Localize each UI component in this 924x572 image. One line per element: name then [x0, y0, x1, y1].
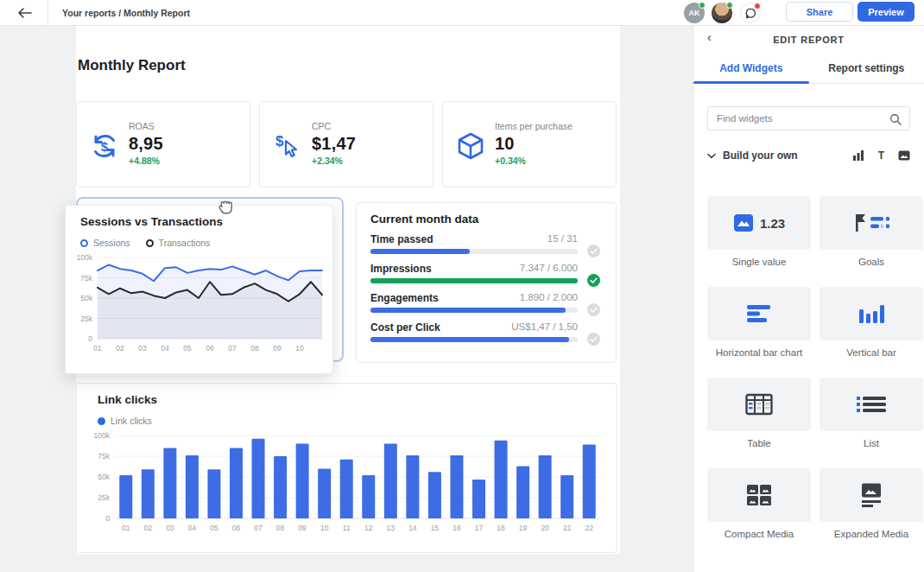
goal-status-check-icon	[587, 333, 600, 346]
goal-value: US$1,47 / 1,50	[511, 321, 578, 332]
svg-text:01: 01	[93, 344, 102, 353]
kpi-card-cpc[interactable]: $ CPC $1,47 +2.34%	[259, 101, 434, 187]
goal-label: Impressions	[370, 263, 432, 275]
svg-text:10: 10	[320, 524, 329, 532]
expanded-media-icon	[859, 483, 883, 507]
svg-text:02: 02	[144, 524, 153, 532]
current-month-data-widget[interactable]: Current month data Time passed15 / 31Imp…	[356, 202, 617, 363]
avatar-photo[interactable]	[712, 3, 732, 23]
bar	[318, 468, 331, 518]
compact-media-icon	[746, 484, 772, 506]
share-button[interactable]: Share	[786, 2, 853, 22]
widget-expanded-media[interactable]: Expanded Media	[820, 468, 923, 539]
kpi-card-items-per-purchase[interactable]: Items per purchase 10 +0.34%	[442, 101, 617, 187]
image-icon[interactable]	[898, 149, 910, 162]
search-input[interactable]	[708, 113, 909, 124]
sidebar-title: EDIT REPORT	[773, 35, 845, 45]
tab-add-widgets[interactable]: Add Widgets	[693, 53, 809, 83]
search-icon	[889, 113, 902, 125]
svg-text:21: 21	[563, 524, 572, 532]
bar	[142, 469, 155, 518]
goal-status-check-icon	[587, 303, 600, 316]
goal-rows: Time passed15 / 31Impressions7.347 / 6.0…	[370, 231, 604, 348]
svg-text:13: 13	[387, 524, 396, 532]
bar	[583, 445, 596, 518]
goal-row: Engagements1.890 / 2.000	[370, 289, 604, 319]
tab-report-settings[interactable]: Report settings	[809, 53, 924, 83]
breadcrumb: Your reports / Monthly Report	[62, 8, 190, 18]
svg-text:10: 10	[295, 344, 304, 353]
cost-per-click-icon: $	[272, 130, 303, 162]
back-arrow-icon[interactable]	[12, 3, 36, 22]
widget-label: Goals	[820, 257, 923, 267]
preview-button[interactable]: Preview	[858, 2, 915, 22]
bar	[428, 472, 441, 518]
svg-text:20: 20	[541, 524, 549, 532]
kpi-card-roas[interactable]: $ ROAS 8,95 +4.88%	[76, 101, 250, 187]
widget-list[interactable]: List	[820, 378, 923, 448]
horizontal-bar-icon	[746, 303, 772, 324]
widget-goals[interactable]: Goals	[820, 196, 923, 267]
goal-value: 15 / 31	[547, 233, 578, 244]
kpi-value: 8,95	[129, 134, 163, 154]
svg-text:22: 22	[585, 524, 593, 532]
svg-text:100k: 100k	[77, 253, 93, 262]
goal-progress-track	[370, 249, 578, 254]
sidebar-collapse-chevron-icon[interactable]: ‹	[707, 30, 712, 44]
svg-text:06: 06	[232, 524, 241, 532]
widget-title: Sessions vs Transactions	[80, 215, 223, 228]
mini-bar-chart-icon[interactable]	[852, 149, 864, 162]
legend-label: Sessions	[93, 238, 130, 248]
svg-text:50k: 50k	[80, 294, 92, 302]
page-title: Monthly Report	[78, 57, 186, 74]
svg-text:100k: 100k	[94, 431, 111, 440]
svg-text:25k: 25k	[80, 315, 92, 323]
widget-single-value[interactable]: 1.23 Single value	[707, 196, 811, 267]
svg-text:16: 16	[453, 524, 461, 532]
goal-label: Time passed	[370, 233, 433, 245]
goal-row: Time passed15 / 31	[370, 231, 604, 260]
widget-table[interactable]: Table	[707, 378, 811, 448]
svg-text:19: 19	[519, 524, 528, 532]
svg-text:$: $	[275, 133, 284, 149]
topbar-divider	[47, 0, 48, 26]
svg-text:04: 04	[188, 524, 197, 532]
bar	[539, 455, 552, 518]
build-your-own-section[interactable]: Build your own T	[707, 149, 910, 162]
goal-progress-track	[370, 337, 578, 342]
vertical-bar-icon	[858, 302, 885, 325]
kpi-value: 10	[495, 134, 573, 154]
single-value-icon	[733, 213, 754, 233]
widget-compact-media[interactable]: Compact Media	[707, 468, 811, 539]
svg-text:12: 12	[364, 524, 373, 532]
text-icon[interactable]: T	[878, 149, 884, 162]
goal-progress-fill	[370, 278, 578, 283]
table-icon	[745, 393, 773, 416]
bar	[296, 444, 309, 518]
svg-text:05: 05	[183, 344, 192, 353]
svg-text:07: 07	[228, 344, 237, 353]
goals-icon	[852, 213, 890, 233]
svg-text:14: 14	[408, 524, 417, 532]
link-clicks-widget[interactable]: Link clicks Link clicks 100k75k50k25k001…	[76, 383, 617, 553]
goal-row: Impressions7.347 / 6.000	[370, 260, 604, 289]
bar	[340, 460, 353, 518]
kpi-label: CPC	[312, 121, 356, 131]
goal-status-check-icon	[587, 274, 600, 287]
widget-title: Link clicks	[98, 393, 157, 406]
svg-text:25k: 25k	[98, 493, 110, 502]
goal-label: Engagements	[370, 292, 439, 304]
chart-legend: Link clicks	[98, 416, 152, 426]
sessions-vs-transactions-widget[interactable]: Sessions vs Transactions Sessions Transa…	[65, 205, 333, 374]
goal-progress-track	[370, 278, 578, 283]
bar	[186, 455, 199, 518]
widget-horizontal-bar-chart[interactable]: Horizontal bar chart	[707, 287, 811, 358]
avatar-initials[interactable]: AK	[684, 3, 705, 23]
widget-vertical-bar[interactable]: Vertical bar	[820, 287, 923, 358]
legend-marker-sessions	[80, 239, 88, 247]
legend-label: Link clicks	[111, 416, 152, 426]
online-status-dot	[726, 2, 733, 9]
goal-progress-fill	[370, 337, 569, 342]
chat-button[interactable]	[740, 3, 761, 23]
bar	[252, 439, 265, 518]
